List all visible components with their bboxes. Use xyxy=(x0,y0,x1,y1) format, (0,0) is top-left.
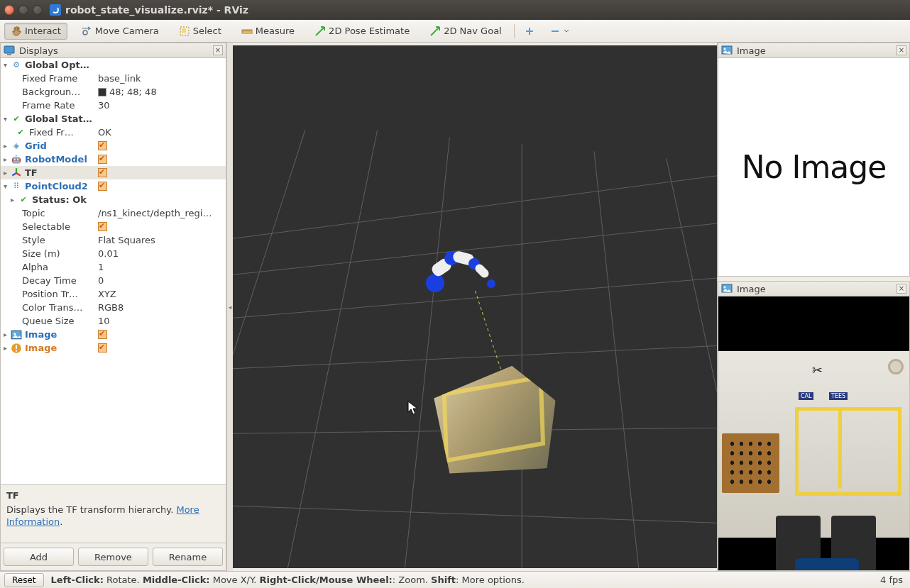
image-panel-2-title: Image xyxy=(737,284,892,294)
tree-item-image-1[interactable]: ▸Image xyxy=(1,328,226,341)
tree-prop-queuesize[interactable]: Queue Size10 xyxy=(1,314,226,328)
nav-goal-tool-button[interactable]: 2D Nav Goal xyxy=(423,23,508,40)
tree-item-status-ok[interactable]: ▸✔Status: Ok xyxy=(1,193,226,206)
viewport-grid xyxy=(233,45,717,568)
select-label: Select xyxy=(193,26,221,36)
tree-prop-global-status-fixed-frame[interactable]: ✔Fixed Fr… OK xyxy=(1,126,226,139)
tape-roll xyxy=(888,359,904,375)
status-hint: Left-Click: Rotate. Middle-Click: Move X… xyxy=(51,575,525,585)
tree-prop-style[interactable]: StyleFlat Squares xyxy=(1,233,226,247)
hand-icon xyxy=(11,26,22,37)
pose-estimate-label: 2D Pose Estimate xyxy=(329,26,410,36)
desc-text: Displays the TF transform hierarchy. xyxy=(6,504,176,515)
arrow-green-icon xyxy=(314,26,326,37)
image-panel-2-header[interactable]: Image × xyxy=(718,281,910,296)
tree-prop-frame-rate[interactable]: Frame Rate 30 xyxy=(1,99,226,112)
close-panel-button[interactable]: × xyxy=(213,45,223,55)
move-camera-tool-button[interactable]: Move Camera xyxy=(75,23,165,40)
desc-title: TF xyxy=(6,489,220,502)
svg-rect-5 xyxy=(7,54,11,55)
reset-button[interactable]: Reset xyxy=(4,573,44,587)
checkbox-checked[interactable] xyxy=(98,141,107,150)
svg-rect-2 xyxy=(182,28,186,33)
camera-move-icon xyxy=(81,26,92,37)
checkbox-checked[interactable] xyxy=(98,343,107,353)
image-panel-1-body: No Image xyxy=(718,58,910,277)
window-close-button[interactable] xyxy=(4,5,14,15)
displays-panel-header[interactable]: Displays × xyxy=(0,43,226,58)
tree-item-grid[interactable]: ▸◈Grid xyxy=(1,139,226,152)
tree-prop-fixed-frame[interactable]: Fixed Frame base_link xyxy=(1,72,226,85)
window-title: robot_state_visualize.rviz* - RViz xyxy=(65,4,248,16)
check-icon: ✔ xyxy=(11,114,22,123)
image-icon xyxy=(11,330,22,339)
remove-tool-button[interactable] xyxy=(546,23,573,40)
interact-label: Interact xyxy=(25,26,61,36)
remove-button[interactable]: Remove xyxy=(78,548,148,566)
3d-viewport[interactable] xyxy=(233,45,717,568)
measure-label: Measure xyxy=(256,26,295,36)
calibration-board xyxy=(722,433,779,493)
displays-tree[interactable]: ▾⚙Global Opt… Fixed Frame base_link Back… xyxy=(0,58,226,485)
close-panel-button[interactable]: × xyxy=(897,284,906,294)
tree-item-pointcloud2[interactable]: ▾⠿PointCloud2 xyxy=(1,179,226,193)
monitor-icon xyxy=(4,45,15,56)
checkbox-checked[interactable] xyxy=(98,155,107,164)
window-maximize-button[interactable] xyxy=(33,5,43,15)
add-button[interactable]: Add xyxy=(4,548,74,566)
gear-icon: ⚙ xyxy=(11,60,22,70)
robot-icon: 🤖 xyxy=(11,155,22,164)
rviz-app-icon xyxy=(50,4,61,16)
tree-prop-postransform[interactable]: Position Tr…XYZ xyxy=(1,287,226,301)
measure-tool-button[interactable]: Measure xyxy=(235,23,301,40)
image-panel-2-body: ✂ CAL TEES xyxy=(718,296,910,571)
description-panel: TF Displays the TF transform hierarchy. … xyxy=(0,485,226,543)
splitter-handle[interactable] xyxy=(227,43,233,571)
chevron-down-icon xyxy=(564,26,569,37)
checkbox-checked[interactable] xyxy=(98,168,107,177)
tree-item-robotmodel[interactable]: ▸🤖RobotModel xyxy=(1,152,226,166)
right-panel-stack: Image × No Image Image × ✂ CAL xyxy=(717,43,910,571)
tree-item-tf[interactable]: ▸ TF xyxy=(1,166,226,179)
window-titlebar: robot_state_visualize.rviz* - RViz xyxy=(0,0,910,20)
svg-point-12 xyxy=(724,48,726,50)
select-icon xyxy=(179,26,190,37)
image-icon xyxy=(721,45,733,56)
tree-prop-size[interactable]: Size (m)0.01 xyxy=(1,247,226,260)
pose-estimate-tool-button[interactable]: 2D Pose Estimate xyxy=(308,23,416,40)
image-panel-1-header[interactable]: Image × xyxy=(718,43,910,58)
image-panel-1: Image × No Image xyxy=(718,43,910,277)
fps-label: 4 fps xyxy=(532,575,906,585)
image-panel-2: Image × ✂ CAL TEES xyxy=(718,281,910,571)
tree-prop-background[interactable]: Backgroun… 48; 48; 48 xyxy=(1,85,226,99)
arrow-green-icon xyxy=(429,26,441,37)
interact-tool-button[interactable]: Interact xyxy=(4,23,67,40)
rename-button[interactable]: Rename xyxy=(153,548,223,566)
window-minimize-button[interactable] xyxy=(18,5,28,15)
svg-point-0 xyxy=(83,30,87,35)
tree-prop-decay[interactable]: Decay Time0 xyxy=(1,274,226,287)
tree-prop-colortransform[interactable]: Color Trans…RGB8 xyxy=(1,301,226,314)
tree-item-global-status[interactable]: ▾✔Global Stat… xyxy=(1,112,226,126)
tree-prop-alpha[interactable]: Alpha1 xyxy=(1,260,226,274)
displays-title: Displays xyxy=(19,45,209,56)
scissors-icon: ✂ xyxy=(812,362,823,377)
add-tool-button[interactable] xyxy=(520,23,539,40)
no-image-text: No Image xyxy=(742,149,887,185)
tree-item-global-options[interactable]: ▾⚙Global Opt… xyxy=(1,58,226,72)
check-icon: ✔ xyxy=(15,128,26,137)
tree-item-image-2[interactable]: ▸Image xyxy=(1,341,226,355)
checkbox-checked[interactable] xyxy=(98,182,107,191)
tree-prop-selectable[interactable]: Selectable xyxy=(1,220,226,233)
checkbox-checked[interactable] xyxy=(98,222,107,231)
close-panel-button[interactable]: × xyxy=(897,45,906,55)
plus-icon xyxy=(524,26,535,37)
tree-prop-topic[interactable]: Topic/ns1_kinect/depth_regi… xyxy=(1,206,226,220)
axes-icon xyxy=(11,168,22,177)
checkbox-checked[interactable] xyxy=(98,330,107,339)
mouse-cursor-icon xyxy=(407,401,419,417)
toolbar-separator xyxy=(514,24,515,38)
svg-rect-4 xyxy=(4,46,14,53)
select-tool-button[interactable]: Select xyxy=(172,23,228,40)
robot-model-visual xyxy=(426,254,504,296)
